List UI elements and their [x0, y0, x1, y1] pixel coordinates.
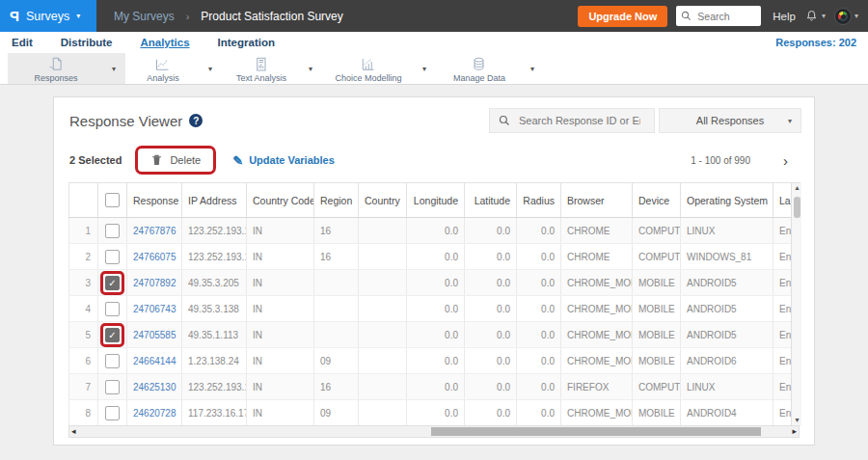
cell-device: COMPUTER — [633, 374, 681, 400]
vertical-scroll-thumb[interactable] — [794, 197, 800, 218]
selection-toolbar: 2 Selected Delete ✎ Update Variables 1 -… — [54, 136, 814, 176]
app-logo-menu[interactable]: P Surveys ▾ — [0, 0, 96, 32]
column-header-longitude: Longitude — [407, 183, 465, 218]
cell-country — [359, 218, 407, 244]
update-variables-button[interactable]: ✎ Update Variables — [232, 153, 335, 168]
vertical-scrollbar[interactable]: ▴ ▾ — [791, 183, 801, 425]
response-search-box[interactable] — [489, 108, 655, 133]
chevron-down-icon: ▾ — [854, 12, 858, 20]
chevron-down-icon[interactable]: ▾ — [415, 65, 436, 73]
notifications-menu[interactable]: ▾ — [804, 9, 826, 23]
cell-device: MOBILE — [633, 348, 681, 374]
analysis-icon — [153, 56, 172, 73]
cell-device: MOBILE — [633, 270, 681, 296]
scroll-down-icon[interactable]: ▾ — [792, 416, 802, 425]
table-row: 42470674349.35.3.138IN0.00.00.0CHROME_MO… — [69, 296, 800, 322]
tab-distribute[interactable]: Distribute — [61, 37, 113, 48]
column-header-checkbox[interactable] — [98, 183, 127, 218]
responses-filter-dropdown[interactable]: All Responses ▾ — [659, 108, 801, 133]
row-checkbox[interactable] — [105, 380, 120, 394]
page-range: 1 - 100 of 990 — [691, 155, 750, 166]
cell-ip: 49.35.3.138 — [182, 296, 247, 322]
tab-edit[interactable]: Edit — [12, 37, 33, 48]
response-id-link[interactable]: 24707892 — [133, 278, 176, 288]
response-id-link[interactable]: 24705585 — [133, 330, 176, 340]
row-checkbox[interactable] — [105, 250, 120, 264]
account-menu[interactable]: ▾ — [834, 8, 858, 25]
chevron-down-icon[interactable]: ▾ — [104, 65, 125, 73]
toolbar-item-text-analysis[interactable]: Text Analysis ▾ — [222, 53, 322, 84]
cell-region: 09 — [314, 400, 359, 426]
trash-icon — [150, 153, 163, 167]
column-header-country: Country — [359, 183, 407, 218]
cell-response_id: 24705585 — [127, 322, 182, 348]
chevron-down-icon: ▾ — [822, 12, 826, 20]
breadcrumb-my-surveys[interactable]: My Surveys — [114, 10, 175, 23]
cell-latitude: 0.0 — [465, 296, 517, 322]
response-id-link[interactable]: 24706743 — [133, 304, 176, 314]
select-all-checkbox[interactable] — [105, 193, 120, 207]
column-header-radius: Radius — [517, 183, 561, 218]
upgrade-now-button[interactable]: Upgrade Now — [578, 6, 667, 27]
response-viewer-panel: Response Viewer ? All Responses ▾ 2 Sele… — [53, 96, 815, 446]
chevron-down-icon[interactable]: ▾ — [301, 65, 322, 73]
response-search-input[interactable] — [517, 114, 642, 127]
row-checkbox[interactable] — [105, 354, 120, 368]
chevron-down-icon[interactable]: ▾ — [201, 65, 222, 73]
toolbar-item-manage-data[interactable]: Manage Data ▾ — [436, 53, 544, 84]
global-search-input[interactable] — [695, 10, 755, 23]
cell-region — [314, 270, 359, 296]
responses-table: Response ID▲IP AddressCountry CodeRegion… — [68, 182, 800, 426]
horizontal-scroll-thumb[interactable] — [431, 427, 761, 436]
cell-radius: 0.0 — [517, 296, 561, 322]
cell-browser: CHROME — [561, 218, 633, 244]
cell-browser: FIREFOX — [561, 374, 633, 400]
cell-radius: 0.0 — [517, 374, 561, 400]
delete-button[interactable]: Delete — [142, 150, 209, 170]
toolbar-item-responses[interactable]: Responses ▾ — [8, 53, 125, 84]
cell-ip: 49.35.3.205 — [182, 270, 247, 296]
cell-os: ANDROID5 — [681, 270, 773, 296]
response-id-link[interactable]: 24767876 — [133, 226, 176, 236]
cell-num: 1 — [69, 218, 98, 244]
cell-ip: 123.252.193.148 — [182, 244, 247, 270]
response-id-link[interactable]: 24766075 — [133, 252, 176, 262]
global-search-box[interactable] — [676, 6, 761, 26]
questionpro-logo-icon: P — [10, 8, 19, 24]
horizontal-scrollbar[interactable]: ◂ ▸ — [68, 425, 800, 438]
row-checkbox[interactable] — [105, 224, 120, 238]
cell-radius: 0.0 — [517, 244, 561, 270]
scroll-up-icon[interactable]: ▴ — [792, 183, 802, 193]
cell-num: 7 — [69, 374, 98, 400]
toolbar-item-analysis[interactable]: Analysis ▾ — [125, 53, 222, 84]
response-id-link[interactable]: 24664144 — [133, 356, 176, 366]
help-icon[interactable]: ? — [189, 114, 203, 127]
toolbar-item-choice-modelling[interactable]: Choice Modelling ▾ — [322, 53, 436, 84]
pagination: 1 - 100 of 990 › — [691, 153, 801, 168]
tab-integration[interactable]: Integration — [218, 37, 275, 48]
column-header-response_id[interactable]: Response ID▲ — [127, 183, 182, 218]
help-link[interactable]: Help — [773, 11, 796, 22]
text-analysis-icon — [252, 56, 270, 73]
cell-device: COMPUTER — [633, 244, 681, 270]
chevron-down-icon[interactable]: ▾ — [523, 65, 544, 73]
response-id-link[interactable]: 24620728 — [133, 408, 176, 419]
tab-analytics[interactable]: Analytics — [140, 37, 189, 48]
scroll-right-icon[interactable]: ▸ — [792, 426, 797, 437]
row-checkbox[interactable]: ✓ — [105, 328, 120, 342]
cell-country_code: IN — [247, 322, 314, 348]
cell-browser: CHROME_MOBILE — [561, 348, 633, 374]
cell-longitude: 0.0 — [407, 400, 465, 426]
next-page-button[interactable]: › — [783, 153, 788, 168]
response-id-link[interactable]: 24625130 — [133, 382, 176, 392]
manage-data-icon — [470, 56, 488, 73]
scroll-left-icon[interactable]: ◂ — [71, 426, 76, 437]
surveys-menu-label: Surveys — [26, 10, 69, 23]
table-row: 6246641441.23.138.24IN090.00.00.0CHROME_… — [69, 348, 800, 374]
chevron-down-icon: ▾ — [76, 12, 80, 20]
row-checkbox[interactable] — [105, 406, 120, 420]
row-checkbox[interactable]: ✓ — [105, 276, 120, 290]
row-checkbox[interactable] — [105, 302, 120, 316]
cell-num: 4 — [69, 296, 98, 322]
delete-annotation-highlight: Delete — [135, 146, 216, 175]
